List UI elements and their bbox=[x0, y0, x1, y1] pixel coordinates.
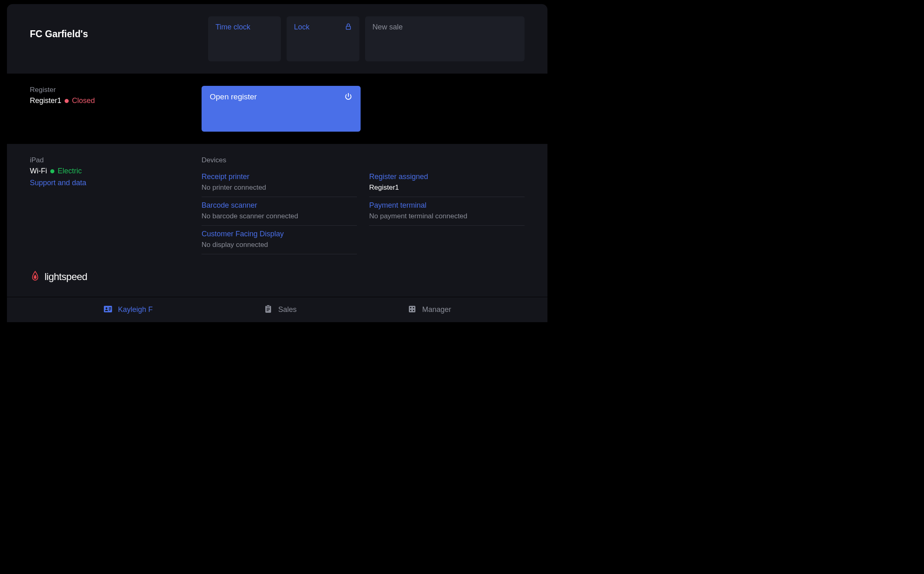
nav-user[interactable]: Kayleigh F bbox=[103, 304, 153, 316]
svg-rect-11 bbox=[409, 306, 415, 312]
lock-icon bbox=[345, 23, 352, 55]
svg-rect-15 bbox=[413, 310, 414, 311]
store-icon bbox=[407, 304, 417, 316]
brand-logo: lightspeed bbox=[30, 271, 525, 283]
device-title: Customer Facing Display bbox=[202, 230, 357, 238]
svg-rect-9 bbox=[267, 309, 270, 310]
nav-user-label: Kayleigh F bbox=[118, 305, 153, 314]
lightspeed-flame-icon bbox=[30, 271, 40, 283]
open-register-label: Open register bbox=[210, 92, 257, 125]
time-clock-label: Time clock bbox=[215, 23, 250, 55]
svg-rect-4 bbox=[109, 309, 111, 309]
device-receipt-printer[interactable]: Receipt printer No printer connected bbox=[202, 168, 357, 197]
nav-sales-label: Sales bbox=[278, 305, 296, 314]
svg-point-2 bbox=[106, 307, 108, 309]
svg-rect-7 bbox=[267, 305, 270, 307]
devices-column-right: Register assigned Register1 Payment term… bbox=[369, 156, 525, 254]
svg-rect-5 bbox=[109, 310, 110, 311]
clipboard-icon bbox=[263, 304, 273, 316]
brand-name: lightspeed bbox=[45, 271, 87, 283]
store-name: FC Garfield's bbox=[30, 16, 202, 40]
nav-manager-label: Manager bbox=[422, 305, 451, 314]
register-status: Closed bbox=[72, 96, 95, 105]
support-and-data-link[interactable]: Support and data bbox=[30, 179, 202, 187]
user-badge-icon bbox=[103, 304, 113, 316]
svg-rect-3 bbox=[109, 307, 111, 308]
device-status: No printer connected bbox=[202, 184, 357, 192]
svg-rect-8 bbox=[267, 308, 270, 309]
header-tiles: Time clock Lock New sale bbox=[208, 16, 525, 61]
device-status: No display connected bbox=[202, 241, 357, 249]
svg-rect-13 bbox=[413, 307, 414, 308]
header: FC Garfield's Time clock Lock New sale bbox=[7, 4, 547, 74]
device-status: No barcode scanner connected bbox=[202, 212, 357, 220]
new-sale-label: New sale bbox=[372, 23, 403, 55]
ipad-info: iPad Wi-Fi Electric Support and data bbox=[30, 156, 202, 254]
register-heading: Register bbox=[30, 86, 202, 94]
device-status: No payment terminal connected bbox=[369, 212, 525, 220]
svg-rect-0 bbox=[346, 26, 351, 29]
device-title: Register assigned bbox=[369, 173, 525, 181]
svg-rect-12 bbox=[410, 307, 411, 308]
svg-rect-14 bbox=[410, 310, 411, 311]
device-register-assigned[interactable]: Register assigned Register1 bbox=[369, 168, 525, 197]
nav-manager[interactable]: Manager bbox=[407, 304, 451, 316]
wifi-name: Electric bbox=[58, 167, 82, 175]
device-barcode-scanner[interactable]: Barcode scanner No barcode scanner conne… bbox=[202, 197, 357, 226]
register-info: Register Register1 Closed bbox=[30, 86, 202, 105]
lock-tile[interactable]: Lock bbox=[287, 16, 359, 61]
register-name: Register1 bbox=[30, 96, 61, 105]
open-register-button[interactable]: Open register bbox=[202, 86, 361, 132]
power-icon bbox=[344, 92, 352, 125]
time-clock-tile[interactable]: Time clock bbox=[208, 16, 281, 61]
devices-column-left: Devices Receipt printer No printer conne… bbox=[202, 156, 357, 254]
device-customer-facing-display[interactable]: Customer Facing Display No display conne… bbox=[202, 226, 357, 254]
devices-heading: Devices bbox=[202, 156, 357, 164]
devices-section: iPad Wi-Fi Electric Support and data Dev… bbox=[7, 144, 547, 297]
status-dot-closed-icon bbox=[65, 99, 69, 103]
device-title: Barcode scanner bbox=[202, 201, 357, 210]
device-title: Payment terminal bbox=[369, 201, 525, 210]
new-sale-tile[interactable]: New sale bbox=[365, 16, 525, 61]
ipad-heading: iPad bbox=[30, 156, 202, 164]
device-payment-terminal[interactable]: Payment terminal No payment terminal con… bbox=[369, 197, 525, 226]
bottom-nav: Kayleigh F Sales bbox=[7, 297, 547, 322]
wifi-status-dot-icon bbox=[50, 169, 54, 173]
svg-rect-10 bbox=[267, 310, 269, 311]
devices-heading-spacer bbox=[369, 156, 525, 164]
wifi-label: Wi-Fi bbox=[30, 167, 47, 175]
device-title: Receipt printer bbox=[202, 173, 357, 181]
device-value: Register1 bbox=[369, 184, 525, 192]
lock-label: Lock bbox=[294, 23, 309, 55]
register-section: Register Register1 Closed Open register bbox=[7, 74, 547, 144]
nav-sales[interactable]: Sales bbox=[263, 304, 296, 316]
